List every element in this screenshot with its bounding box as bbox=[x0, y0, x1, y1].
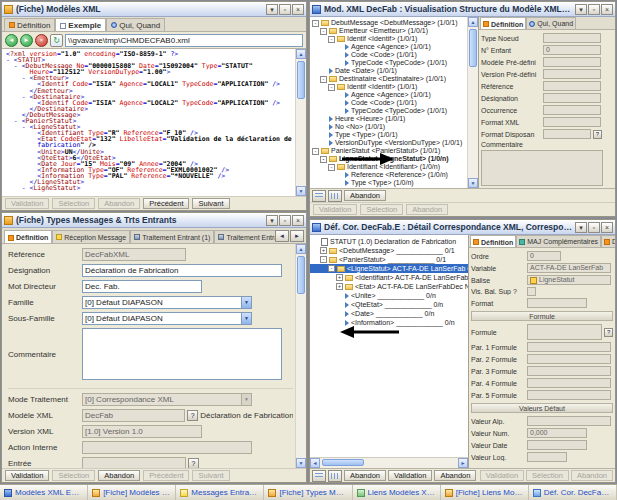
tree-node-identifiant-act-fa-de-lanserfab0-c-0-n[interactable]: +<Identifiant> ACT-FA-DE LanSerFab0.. C … bbox=[310, 273, 468, 282]
taskbar-item-modeles-xml-exploit-m[interactable]: Modèles XML Exploit. M... bbox=[0, 485, 88, 500]
panel-float-button[interactable]: ▫ bbox=[279, 4, 291, 15]
tree-node-typecode-typecode-1-0-1[interactable]: TypeCode <TypeCode> (1/0/1) bbox=[310, 107, 467, 115]
tree-node-agence-agence-1-0-1[interactable]: Agence <Agence> (1/0/1) bbox=[310, 91, 467, 99]
xml-vertical-scrollbar[interactable]: ▲ ▼ bbox=[295, 49, 306, 196]
expand-all-icon[interactable] bbox=[312, 190, 326, 202]
help-button[interactable]: ? bbox=[593, 130, 602, 139]
panel-close-button[interactable]: × bbox=[601, 222, 613, 233]
tree-collapse-icon[interactable]: - bbox=[328, 84, 335, 91]
panel-menu-button[interactable]: ▾ bbox=[266, 4, 278, 15]
tab-traitement-entrant-2[interactable]: Traitement Entrant (2) bbox=[214, 230, 275, 243]
tree-node-qteetat-0-n[interactable]: <QteEtat> ____________ 0/n bbox=[310, 300, 468, 309]
tree-vertical-scrollbar[interactable]: ▲ ▼ bbox=[467, 17, 478, 188]
tree-node-type-type-1-0-1[interactable]: Type <Type> (1/0/1) bbox=[310, 131, 467, 139]
help-button[interactable]: ? bbox=[188, 458, 199, 468]
abandon-button[interactable]: Abandon bbox=[434, 470, 476, 481]
tree-collapse-icon[interactable]: - bbox=[328, 265, 335, 272]
tree-node-typecode-typecode-1-0-1[interactable]: TypeCode <TypeCode> (1/0/1) bbox=[310, 59, 467, 67]
tree-collapse-icon[interactable]: - bbox=[312, 20, 319, 27]
tree-node-debutmessage-debutmessage-1-0-1[interactable]: -DebutMessage <DebutMessage> (1/0/1) bbox=[310, 19, 467, 27]
tree-node-date-date-1-0-1[interactable]: Date <Date> (1/0/1) bbox=[310, 67, 467, 75]
tree-node-debutmessage-0-1[interactable]: +<DebutMessage> ____________ 0/1 bbox=[310, 246, 468, 255]
panel-close-button[interactable]: × bbox=[292, 215, 304, 226]
tree-node-type-type-1-0-n[interactable]: Type <Type> (1/0/n) bbox=[310, 179, 467, 187]
scrollbar-thumb[interactable] bbox=[469, 29, 477, 67]
panel-float-button[interactable]: ▫ bbox=[588, 4, 600, 15]
collapse-all-icon[interactable] bbox=[328, 190, 342, 202]
tree-node-etat-act-fa-de-lanserfabdec-n-0-n[interactable]: +<Etat> ACT-FA-DE LanSerFabDec N __ 0/n bbox=[310, 282, 468, 291]
field-famille[interactable]: [0] Défaut DIAPASON▼ bbox=[82, 296, 252, 309]
abandon-button[interactable]: Abandon bbox=[344, 190, 386, 201]
tree-node-versiondutype-versiondutype-1-0-1[interactable]: VersionDuType <VersionDuType> (1/0/1) bbox=[310, 139, 467, 147]
dropdown-arrow-icon[interactable]: ▼ bbox=[241, 297, 251, 308]
tree-collapse-icon[interactable]: - bbox=[328, 36, 335, 43]
tree-node-agence-agence-1-0-1[interactable]: Agence <Agence> (1/0/1) bbox=[310, 43, 467, 51]
taskbar-item-def-cor-decfab-e-det[interactable]: Déf. Cor. DecFab.E : Dét... bbox=[529, 485, 617, 500]
tree-node-panierstatut-panierstatut-1-0-1[interactable]: -PanierStatut <PanierStatut> (1/0/1) bbox=[310, 147, 467, 155]
tree-node-lignestatut-lignestatut-1-0-n[interactable]: -LigneStatut <LigneStatut> (1/0/n) bbox=[310, 155, 467, 163]
tree-expand-icon[interactable]: + bbox=[336, 274, 343, 281]
tree-node-code-code-1-0-1[interactable]: Code <Code> (1/0/1) bbox=[310, 99, 467, 107]
scroll-down-icon[interactable]: ▼ bbox=[296, 186, 306, 196]
scroll-down-icon[interactable]: ▼ bbox=[468, 178, 478, 188]
scrollbar-track[interactable] bbox=[296, 254, 306, 458]
tree-node-code-code-1-0-1[interactable]: Code <Code> (1/0/1) bbox=[310, 51, 467, 59]
tree-node-identif-identif-1-0-1[interactable]: -Identif <Identif> (1/0/1) bbox=[310, 83, 467, 91]
validation-button[interactable]: Validation bbox=[388, 470, 432, 481]
refresh-button[interactable]: ↻ bbox=[50, 34, 63, 47]
taskbar-item-fiche-modeles-xml[interactable]: [Fiche] Modèles XML bbox=[88, 485, 176, 500]
abandon-button[interactable]: Abandon bbox=[344, 470, 386, 481]
help-button[interactable]: ? bbox=[604, 328, 613, 337]
help-button[interactable]: ? bbox=[187, 410, 198, 421]
tree-node-emetteur-emetteur-1-0-1[interactable]: -Emetteur <Emetteur> (1/0/1) bbox=[310, 27, 467, 35]
dropdown-arrow-icon[interactable]: ▼ bbox=[241, 313, 251, 324]
scrollbar-thumb[interactable] bbox=[297, 256, 305, 294]
taskbar-item-messages-entrants[interactable]: Messages Entrants bbox=[176, 485, 264, 500]
tab-qui-quand[interactable]: Qui, Quand bbox=[106, 18, 165, 31]
validation-button[interactable]: Validation bbox=[5, 470, 49, 481]
scroll-up-icon[interactable]: ▲ bbox=[468, 17, 478, 27]
tab-traitement-entrant-1[interactable]: Traitement Entrant (1) bbox=[130, 230, 214, 243]
taskbar-item-liens-modeles-xml-list[interactable]: Liens Modèles XML : List... bbox=[353, 485, 441, 500]
tab-maj-complementaires[interactable]: MAJ Complémentaires bbox=[516, 235, 601, 247]
panel-close-button[interactable]: × bbox=[292, 4, 304, 15]
abandon-button[interactable]: Abandon bbox=[98, 470, 140, 481]
tree-node-reference-reference-1-0-n[interactable]: Reference <Reference> (1/0/n) bbox=[310, 171, 467, 179]
scroll-up-icon[interactable]: ▲ bbox=[296, 49, 306, 59]
tab-definition-balises[interactable]: Définition Balises bbox=[601, 235, 615, 247]
suivant-button[interactable]: Suivant bbox=[192, 198, 229, 209]
scroll-left-icon[interactable]: ◄ bbox=[310, 458, 320, 468]
tree-horizontal-scrollbar[interactable]: ◄ ► bbox=[310, 457, 468, 468]
collapse-all-icon[interactable] bbox=[328, 470, 342, 482]
taskbar-item-fiche-liens-modeles-xml[interactable]: [Fiche] Liens Modèles XML bbox=[441, 485, 529, 500]
tab-reception-message[interactable]: Réception Message bbox=[52, 230, 130, 243]
scrollbar-track[interactable] bbox=[296, 59, 306, 186]
xml-file-path-input[interactable] bbox=[65, 34, 303, 47]
panel-float-button[interactable]: ▫ bbox=[588, 222, 600, 233]
forward-button[interactable]: ► bbox=[20, 34, 33, 47]
scroll-down-icon[interactable]: ▼ bbox=[296, 458, 306, 468]
tab-exemple[interactable]: Exemple bbox=[55, 18, 106, 31]
field-designation[interactable]: Déclaration de Fabrication bbox=[82, 264, 282, 277]
tree-node-no-no-1-0-1[interactable]: No <No> (1/0/1) bbox=[310, 123, 467, 131]
tab-qui-quand[interactable]: Qui, Quand bbox=[526, 17, 576, 29]
tab-definition[interactable]: Définition bbox=[4, 18, 55, 31]
tree-collapse-icon[interactable]: - bbox=[312, 148, 319, 155]
tree-node-information-0-n[interactable]: <Information> ____________ 0/n bbox=[310, 318, 468, 327]
tree-node-heure-heure-1-0-1[interactable]: Heure <Heure> (1/0/1) bbox=[310, 115, 467, 123]
scroll-up-icon[interactable]: ▲ bbox=[296, 244, 306, 254]
scrollbar-track[interactable] bbox=[468, 27, 478, 178]
tree-node-unite-0-n[interactable]: <Unite> ____________ 0/n bbox=[310, 291, 468, 300]
scrollbar-thumb[interactable] bbox=[297, 61, 305, 99]
tab-definition[interactable]: Définition bbox=[480, 17, 526, 30]
panel-menu-button[interactable]: ▾ bbox=[266, 215, 278, 226]
tree-node-panierstatut-0-1[interactable]: -<PanierStatut> ____________ 0/1 bbox=[310, 255, 468, 264]
back-button[interactable]: ◄ bbox=[5, 34, 18, 47]
stop-button[interactable]: × bbox=[35, 34, 48, 47]
field-sous-famille[interactable]: [0] Défaut DIAPASON▼ bbox=[82, 312, 252, 325]
tab-definition[interactable]: Définition bbox=[470, 235, 516, 248]
panel-menu-button[interactable]: ▾ bbox=[575, 222, 587, 233]
scrollbar-track[interactable] bbox=[320, 458, 458, 468]
tree-node-date-0-n[interactable]: <Date> ____________ 0/n bbox=[310, 309, 468, 318]
field-commentaire[interactable] bbox=[82, 328, 282, 380]
